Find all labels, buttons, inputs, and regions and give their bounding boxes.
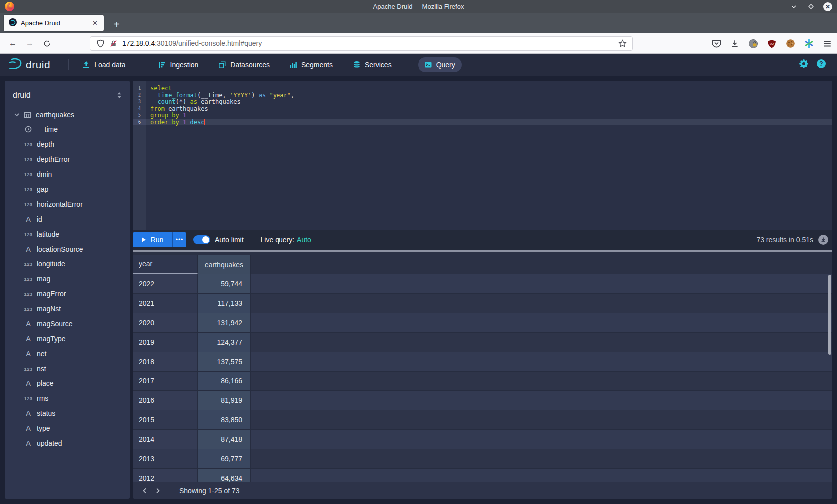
insecure-lock-icon[interactable] [108, 38, 118, 48]
cell-earthquakes[interactable]: 131,942 [198, 313, 251, 332]
menu-icon[interactable] [822, 39, 832, 49]
downloads-icon[interactable] [730, 39, 740, 49]
cell-year[interactable]: 2016 [133, 391, 198, 410]
sidebar-column-latitude[interactable]: 123latitude [5, 227, 130, 242]
code-line-2[interactable]: time_format(__time, 'YYYY') as "year", [146, 92, 832, 99]
cell-year[interactable]: 2014 [133, 430, 198, 449]
cell-year[interactable]: 2018 [133, 352, 198, 371]
cell-year[interactable]: 2021 [133, 294, 198, 313]
nav-segments[interactable]: Segments [283, 57, 339, 72]
sql-editor[interactable]: 123456 select time_format(__time, 'YYYY'… [133, 81, 832, 230]
nav-ingestion[interactable]: Ingestion [152, 57, 205, 72]
sidebar-table-earthquakes[interactable]: earthquakes [5, 107, 130, 122]
results-table: year earthquakes 202259,7442021117,13320… [133, 252, 832, 482]
reload-button[interactable] [40, 36, 54, 50]
column-header-earthquakes[interactable]: earthquakes [198, 255, 251, 274]
cell-year[interactable]: 2019 [133, 333, 198, 352]
sidebar-column-locationsource[interactable]: AlocationSource [5, 242, 130, 256]
druid-logo[interactable]: druid [8, 57, 50, 72]
sidebar-column-type[interactable]: Atype [5, 421, 130, 436]
shield-icon[interactable] [95, 38, 105, 48]
pocket-icon[interactable] [711, 39, 721, 49]
run-more-button[interactable]: ••• [172, 232, 186, 247]
code-line-3[interactable]: count(*) as earthquakes [146, 98, 832, 105]
run-button[interactable]: Run [133, 232, 172, 247]
sidebar-column-nst[interactable]: 123nst [5, 361, 130, 376]
bookmark-star-icon[interactable] [617, 38, 627, 48]
schema-sort-icon[interactable] [117, 92, 122, 101]
cell-year[interactable]: 2020 [133, 313, 198, 332]
sidebar-column-place[interactable]: Aplace [5, 376, 130, 391]
cell-year[interactable]: 2013 [133, 449, 198, 468]
sidebar-column-deptherror[interactable]: 123depthError [5, 152, 130, 167]
maximize-button[interactable] [806, 2, 815, 11]
screen: Apache Druid — Mozilla Firefox ✕ Apache … [0, 0, 837, 504]
editor-code[interactable]: select time_format(__time, 'YYYY') as "y… [146, 81, 832, 230]
cell-earthquakes[interactable]: 137,575 [198, 352, 251, 371]
url-text[interactable]: 172.18.0.4:30109/unified-console.html#qu… [122, 39, 617, 47]
cell-earthquakes[interactable]: 83,850 [198, 410, 251, 429]
string-type-icon: A [23, 424, 34, 432]
cell-earthquakes[interactable]: 59,744 [198, 274, 251, 293]
sidebar-column-magerror[interactable]: 123magError [5, 286, 130, 301]
new-tab-button[interactable]: + [111, 19, 123, 29]
forward-button[interactable]: → [23, 36, 37, 50]
sidebar-column-dmin[interactable]: 123dmin [5, 167, 130, 182]
cell-earthquakes[interactable]: 124,377 [198, 333, 251, 352]
cell-year[interactable]: 2017 [133, 372, 198, 390]
cell-year[interactable]: 2022 [133, 274, 198, 293]
sidebar-column-horizontalerror[interactable]: 123horizontalError [5, 197, 130, 212]
cell-earthquakes[interactable]: 87,418 [198, 430, 251, 449]
sidebar-column-rms[interactable]: 123rms [5, 391, 130, 406]
cookie-icon[interactable] [785, 39, 795, 49]
auto-limit-toggle[interactable] [193, 235, 210, 244]
help-icon[interactable]: ? [816, 59, 826, 71]
cell-earthquakes[interactable]: 117,133 [198, 294, 251, 313]
code-line-6[interactable]: order by 1 desc [146, 119, 832, 126]
sidebar-column-updated[interactable]: Aupdated [5, 436, 130, 451]
minimize-button[interactable] [789, 2, 798, 11]
vertical-scrollbar-thumb[interactable] [828, 275, 831, 355]
prev-page-icon[interactable] [139, 484, 151, 497]
sidebar-column-status[interactable]: Astatus [5, 406, 130, 421]
nav-load-data[interactable]: Load data [76, 57, 132, 72]
code-line-5[interactable]: group by 1 [146, 112, 832, 119]
cell-earthquakes[interactable]: 81,919 [198, 391, 251, 410]
sidebar-column-gap[interactable]: 123gap [5, 182, 130, 197]
next-page-icon[interactable] [151, 484, 164, 497]
sidebar-column-magnst[interactable]: 123magNst [5, 301, 130, 316]
ublock-icon[interactable]: uO [767, 39, 777, 49]
sidebar-column-magtype[interactable]: AmagType [5, 331, 130, 346]
sidebar-column-mag[interactable]: 123mag [5, 271, 130, 286]
live-query-value[interactable]: Auto [297, 236, 311, 244]
nav-services[interactable]: Services [346, 57, 398, 72]
chevron-down-icon[interactable] [14, 112, 22, 118]
sidebar-column-longitude[interactable]: 123longitude [5, 256, 130, 271]
sidebar-column-depth[interactable]: 123depth [5, 137, 130, 152]
code-line-1[interactable]: select [146, 85, 832, 92]
settings-gear-icon[interactable] [799, 59, 809, 71]
cell-earthquakes[interactable]: 69,777 [198, 449, 251, 468]
sidebar-column--time[interactable]: __time [5, 122, 130, 137]
cell-earthquakes[interactable]: 86,166 [198, 372, 251, 390]
download-results-icon[interactable] [818, 235, 828, 245]
horizontal-scrollbar-thumb[interactable] [133, 250, 832, 252]
extension-icon[interactable] [804, 39, 814, 49]
cell-earthquakes[interactable]: 64,634 [198, 469, 251, 482]
column-header-year[interactable]: year [133, 255, 198, 274]
browser-tab[interactable]: Apache Druid ✕ [4, 15, 104, 31]
sidebar-column-magsource[interactable]: AmagSource [5, 316, 130, 331]
sidebar-column-net[interactable]: Anet [5, 346, 130, 361]
container-icon[interactable] [748, 39, 758, 49]
sidebar-column-id[interactable]: Aid [5, 212, 130, 227]
tab-close-icon[interactable]: ✕ [90, 19, 100, 27]
close-button[interactable]: ✕ [823, 2, 832, 11]
cell-year[interactable]: 2015 [133, 410, 198, 429]
nav-query[interactable]: Query [418, 57, 462, 72]
nav-datasources[interactable]: Datasources [212, 57, 276, 72]
back-button[interactable]: ← [6, 36, 20, 50]
cell-year[interactable]: 2012 [133, 469, 198, 482]
url-bar[interactable]: 172.18.0.4:30109/unified-console.html#qu… [90, 36, 633, 51]
code-line-4[interactable]: from earthquakes [146, 105, 832, 112]
horizontal-scrollbar[interactable] [133, 249, 832, 252]
